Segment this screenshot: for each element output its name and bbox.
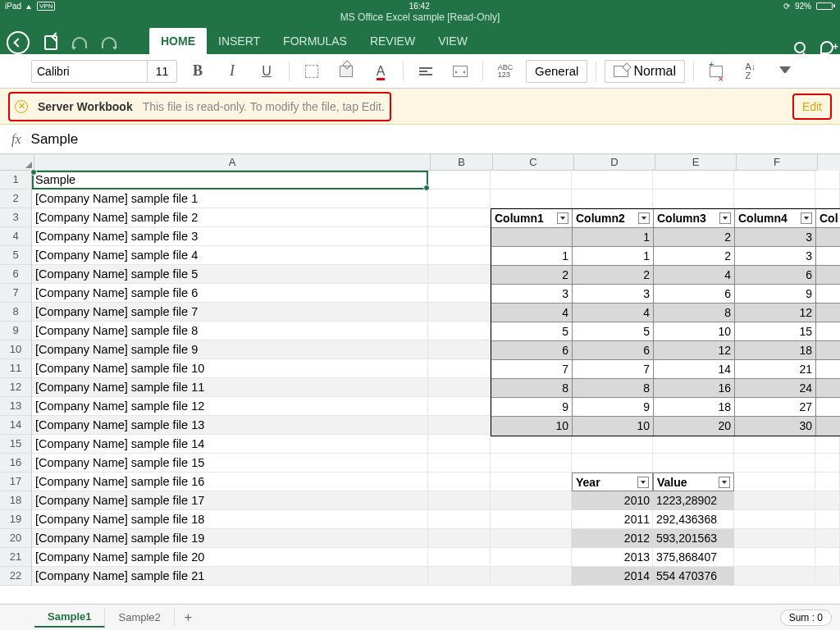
align-button[interactable] — [412, 60, 440, 83]
cell[interactable]: [Company Name] sample file 19 — [32, 529, 428, 548]
table-cell[interactable]: 6 — [491, 341, 573, 360]
cell[interactable]: [Company Name] sample file 18 — [32, 510, 428, 529]
cell[interactable]: [Company Name] sample file 21 — [32, 567, 428, 586]
row-header[interactable]: 13 — [0, 397, 32, 416]
cell[interactable] — [572, 435, 653, 454]
table-cell[interactable] — [491, 228, 573, 247]
cell[interactable] — [428, 567, 491, 586]
cell[interactable] — [491, 529, 572, 548]
spreadsheet-grid[interactable]: A B C D E F 1234567891011121314151617181… — [0, 154, 840, 597]
cell[interactable] — [734, 510, 815, 529]
table-cell[interactable]: 3 — [735, 247, 816, 266]
row-header[interactable]: 11 — [0, 359, 32, 378]
cell[interactable] — [428, 322, 491, 340]
table-cell[interactable]: 3 — [491, 285, 573, 304]
close-banner-icon[interactable]: ✕ — [15, 100, 28, 113]
table-cell[interactable]: 593,201563 — [653, 529, 734, 548]
cell[interactable] — [491, 454, 572, 472]
table-cell[interactable]: 2 — [654, 247, 735, 266]
table-cell[interactable]: 4 — [573, 304, 654, 322]
table-header[interactable]: Column3 — [654, 209, 735, 228]
cell[interactable] — [815, 510, 840, 529]
cell[interactable] — [572, 454, 653, 472]
table-cell[interactable]: 16 — [654, 379, 735, 398]
col-header-e[interactable]: E — [655, 154, 737, 171]
table-cell[interactable] — [816, 322, 840, 341]
table-cell[interactable]: 5 — [573, 322, 654, 341]
cell[interactable] — [491, 472, 572, 491]
cell[interactable] — [491, 510, 572, 529]
select-all-corner[interactable] — [0, 154, 34, 171]
table-cell[interactable]: 2012 — [572, 529, 653, 548]
cell[interactable] — [734, 435, 815, 454]
cell[interactable] — [815, 491, 840, 510]
table-cell[interactable]: 20 — [654, 417, 735, 436]
table-cell[interactable]: 1 — [491, 247, 573, 266]
cell[interactable]: [Company Name] sample file 20 — [32, 548, 428, 567]
underline-button[interactable]: U — [253, 60, 281, 83]
cell[interactable] — [734, 548, 815, 567]
table-cell[interactable]: 10 — [654, 322, 735, 341]
row-header[interactable]: 12 — [0, 378, 32, 397]
tab-view[interactable]: VIEW — [427, 28, 479, 54]
cell[interactable] — [491, 567, 572, 586]
cell[interactable]: [Company Name] sample file 1 — [32, 189, 428, 208]
table-cell[interactable]: 12 — [735, 304, 816, 322]
cell[interactable]: [Company Name] sample file 15 — [32, 454, 428, 472]
table-cell[interactable]: 12 — [654, 341, 735, 360]
cell[interactable] — [428, 510, 491, 529]
table-cell[interactable] — [816, 304, 840, 322]
table-cell[interactable]: 375,868407 — [653, 548, 734, 567]
cell[interactable] — [428, 265, 491, 284]
cell[interactable]: [Company Name] sample file 4 — [32, 246, 428, 265]
cell[interactable] — [815, 454, 840, 472]
table-cell[interactable]: 9 — [573, 398, 654, 417]
cell[interactable]: [Company Name] sample file 16 — [32, 472, 428, 491]
cell[interactable]: [Company Name] sample file 9 — [32, 340, 428, 359]
cell[interactable] — [428, 284, 491, 303]
table-cell[interactable]: 4 — [654, 266, 735, 285]
back-button[interactable] — [7, 31, 30, 54]
cell[interactable] — [734, 472, 815, 491]
file-button[interactable] — [44, 35, 57, 50]
table-cell[interactable]: 8 — [491, 379, 573, 398]
cell[interactable] — [428, 435, 491, 454]
cell[interactable]: [Company Name] sample file 6 — [32, 284, 428, 303]
italic-button[interactable]: I — [218, 60, 246, 83]
row-header[interactable]: 9 — [0, 322, 32, 340]
cell[interactable]: [Company Name] sample file 11 — [32, 378, 428, 397]
col-header-a[interactable]: A — [34, 154, 431, 171]
table-header[interactable]: Year — [572, 472, 653, 491]
table-cell[interactable] — [816, 266, 840, 285]
search-icon[interactable] — [794, 42, 806, 53]
table-cell[interactable]: 14 — [654, 360, 735, 379]
row-header[interactable]: 14 — [0, 416, 32, 435]
cell[interactable]: [Company Name] sample file 14 — [32, 435, 428, 454]
cell[interactable] — [815, 189, 840, 208]
row-header[interactable]: 7 — [0, 284, 32, 303]
sheet-tab-1[interactable]: Sample1 — [34, 607, 105, 628]
table-cell[interactable]: 6 — [573, 341, 654, 360]
table-cell[interactable]: 2 — [491, 266, 573, 285]
table-header[interactable]: Column4 — [735, 209, 816, 228]
tab-insert[interactable]: INSERT — [207, 28, 272, 54]
cell[interactable]: [Company Name] sample file 13 — [32, 416, 428, 435]
merge-button[interactable] — [446, 60, 474, 83]
col-header-f[interactable]: F — [737, 154, 818, 171]
cell[interactable] — [815, 567, 840, 586]
table-cell[interactable]: 2014 — [572, 567, 653, 586]
cell[interactable] — [815, 472, 840, 491]
table-cell[interactable]: 18 — [735, 341, 816, 360]
cell[interactable] — [428, 303, 491, 322]
table-cell[interactable]: 24 — [735, 379, 816, 398]
sum-indicator[interactable]: Sum : 0 — [780, 609, 832, 626]
table-cell[interactable]: 292,436368 — [653, 510, 734, 529]
cell[interactable] — [428, 378, 491, 397]
cell[interactable] — [734, 189, 815, 208]
edit-button[interactable]: Edit — [792, 94, 832, 120]
table-cell[interactable]: 18 — [654, 398, 735, 417]
tab-review[interactable]: REVIEW — [358, 28, 427, 54]
row-header[interactable]: 20 — [0, 529, 32, 548]
row-header[interactable]: 8 — [0, 303, 32, 322]
tab-formulas[interactable]: FORMULAS — [272, 28, 358, 54]
